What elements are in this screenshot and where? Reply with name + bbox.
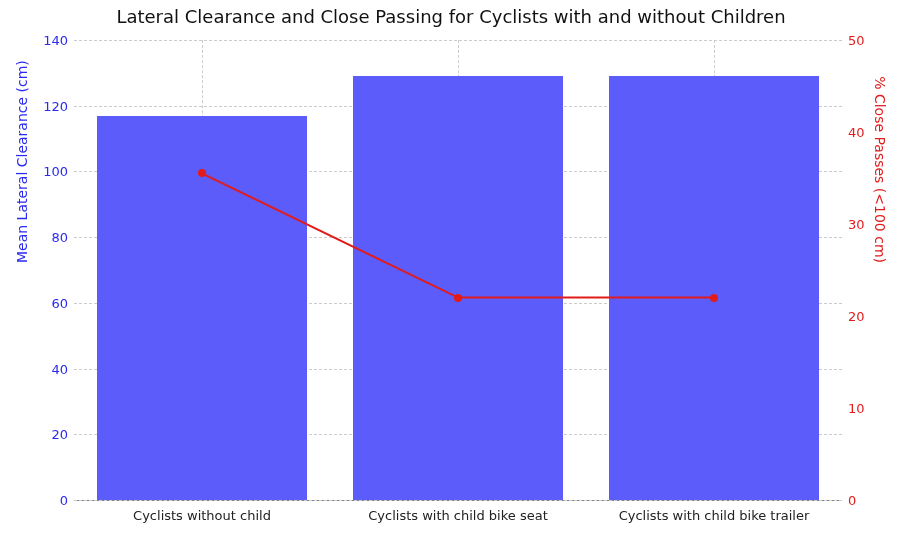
line-series	[202, 173, 714, 297]
line-marker	[198, 169, 206, 177]
y-right-tick: 10	[842, 401, 865, 416]
y-right-tick: 20	[842, 309, 865, 324]
line-marker	[454, 294, 462, 302]
y-right-tick: 50	[842, 33, 865, 48]
y-left-tick: 60	[51, 295, 74, 310]
y-axis-right-label: % Close Passes (<100 cm)	[872, 76, 888, 263]
y-left-tick: 140	[43, 33, 74, 48]
chart-title: Lateral Clearance and Close Passing for …	[0, 6, 902, 27]
y-left-tick: 20	[51, 427, 74, 442]
line-marker	[710, 294, 718, 302]
x-tick-label: Cyclists without child	[133, 500, 271, 523]
plot-area: 02040608010012014001020304050Cyclists wi…	[74, 40, 842, 501]
x-tick-label: Cyclists with child bike seat	[368, 500, 548, 523]
x-tick-label: Cyclists with child bike trailer	[619, 500, 810, 523]
y-left-tick: 80	[51, 230, 74, 245]
y-right-tick: 0	[842, 493, 856, 508]
y-left-tick: 120	[43, 98, 74, 113]
chart: Lateral Clearance and Close Passing for …	[0, 0, 902, 541]
y-right-tick: 30	[842, 217, 865, 232]
y-axis-left-label: Mean Lateral Clearance (cm)	[14, 60, 30, 263]
y-left-tick: 0	[60, 493, 74, 508]
y-right-tick: 40	[842, 125, 865, 140]
y-left-tick: 40	[51, 361, 74, 376]
line-series-layer	[74, 40, 842, 500]
y-left-tick: 100	[43, 164, 74, 179]
